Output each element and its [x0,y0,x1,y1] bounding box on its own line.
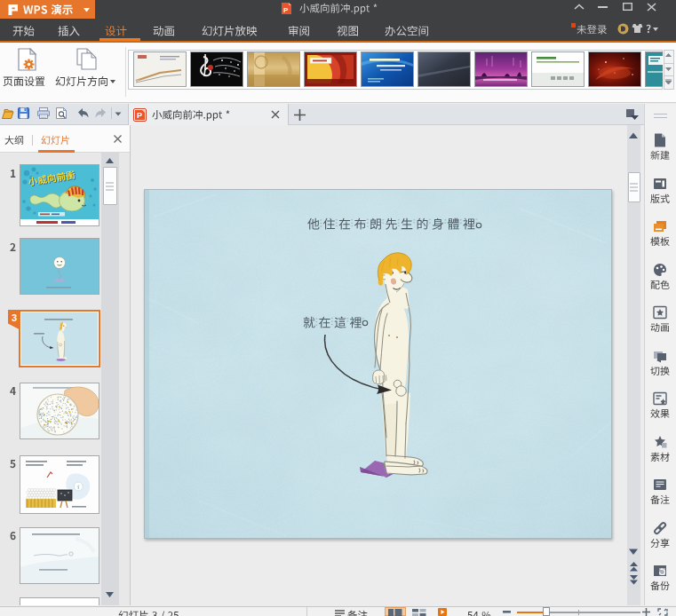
svg-text:P: P [137,111,142,120]
svg-text:3: 3 [12,312,17,323]
svg-text:P: P [283,6,289,14]
